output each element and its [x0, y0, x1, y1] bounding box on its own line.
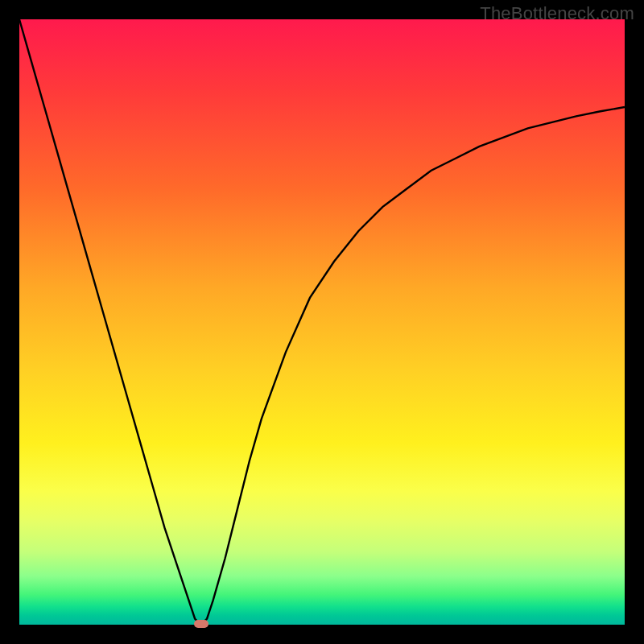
chart-curve-svg	[19, 19, 625, 625]
chart-plot-area	[19, 19, 625, 625]
optimal-point-marker	[194, 620, 208, 628]
curve-path	[19, 19, 625, 625]
watermark-text: TheBottleneck.com	[480, 3, 634, 24]
